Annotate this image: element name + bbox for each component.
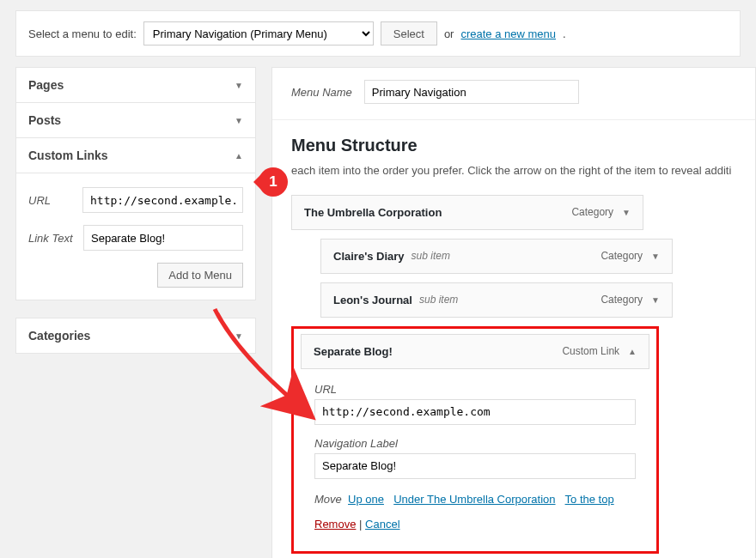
move-under-link[interactable]: Under The Umbrella Corporation (393, 493, 555, 506)
linktext-label: Link Text (28, 232, 75, 245)
menu-structure-heading: Menu Structure (272, 120, 755, 162)
url-input[interactable] (82, 187, 243, 213)
accordion-label: Posts (28, 113, 61, 127)
menu-structure-desc: each item into the order you prefer. Cli… (272, 162, 755, 195)
menu-item-title: Claire's Diary (333, 250, 405, 263)
add-to-menu-button[interactable]: Add to Menu (157, 263, 243, 288)
accordion-categories[interactable]: Categories ▼ (16, 318, 255, 353)
menu-name-label: Menu Name (291, 86, 352, 99)
panel-navlabel-input[interactable] (314, 453, 636, 479)
menu-item[interactable]: Separate Blog! Custom Link ▲ (301, 334, 649, 369)
or-text: or (444, 27, 454, 40)
menu-item-type: Category (601, 250, 643, 262)
accordion-label: Categories (28, 329, 90, 343)
menu-item-title: Leon's Journal (333, 294, 412, 306)
chevron-down-icon: ▼ (622, 208, 631, 217)
chevron-down-icon: ▼ (651, 252, 660, 261)
menu-select[interactable]: Primary Navigation (Primary Menu) (143, 21, 374, 45)
menu-item-type: Category (571, 206, 613, 218)
accordion-label: Custom Links (28, 149, 108, 162)
chevron-down-icon: ▼ (235, 331, 243, 341)
chevron-up-icon: ▲ (235, 151, 243, 161)
remove-link[interactable]: Remove (314, 518, 356, 531)
chevron-down-icon: ▼ (651, 295, 660, 305)
menu-item[interactable]: The Umbrella Corporation Category ▼ (291, 195, 643, 230)
move-row: Move Up one Under The Umbrella Corporati… (314, 493, 636, 506)
url-label: URL (28, 194, 74, 207)
accordion-label: Pages (28, 78, 64, 92)
panel-navlabel-label: Navigation Label (314, 437, 636, 450)
menu-name-input[interactable] (364, 80, 579, 104)
linktext-input[interactable] (83, 225, 243, 251)
menu-selector-bar: Select a menu to edit: Primary Navigatio… (15, 10, 741, 57)
panel-url-label: URL (314, 383, 636, 396)
chevron-up-icon: ▲ (628, 347, 637, 356)
highlighted-menu-item: Separate Blog! Custom Link ▲ URL Navigat… (291, 326, 659, 554)
sub-item-label: sub item (412, 250, 450, 262)
chevron-down-icon: ▼ (235, 116, 243, 125)
custom-links-panel: URL Link Text Add to Menu (16, 173, 255, 300)
chevron-down-icon: ▼ (235, 81, 243, 90)
move-top-link[interactable]: To the top (565, 493, 614, 506)
move-up-link[interactable]: Up one (348, 493, 384, 506)
accordion-pages[interactable]: Pages ▼ (16, 68, 255, 102)
cancel-link[interactable]: Cancel (365, 518, 399, 531)
accordion-sidebar: Pages ▼ Posts ▼ Custom Links ▲ URL Link … (15, 67, 256, 558)
remove-cancel-row: Remove | Cancel (314, 518, 636, 531)
select-button[interactable]: Select (381, 21, 437, 45)
menu-item-title: The Umbrella Corporation (304, 206, 442, 219)
menu-item[interactable]: Leon's Journal sub item Category ▼ (320, 282, 673, 318)
create-new-menu-link[interactable]: create a new menu (460, 27, 556, 40)
select-menu-label: Select a menu to edit: (28, 27, 137, 40)
menu-item-settings: URL Navigation Label Move Up one Under T… (301, 369, 649, 544)
menu-editor-main: Menu Name Menu Structure each item into … (271, 67, 756, 558)
menu-item-title: Separate Blog! (314, 345, 393, 358)
menu-item-type: Custom Link (562, 345, 619, 357)
accordion-posts[interactable]: Posts ▼ (16, 102, 255, 137)
menu-item[interactable]: Claire's Diary sub item Category ▼ (320, 239, 673, 274)
menu-item-type: Category (601, 294, 643, 306)
move-label: Move (314, 493, 342, 506)
sub-item-label: sub item (419, 294, 458, 306)
panel-url-input[interactable] (314, 399, 636, 425)
accordion-custom-links[interactable]: Custom Links ▲ (16, 137, 255, 173)
